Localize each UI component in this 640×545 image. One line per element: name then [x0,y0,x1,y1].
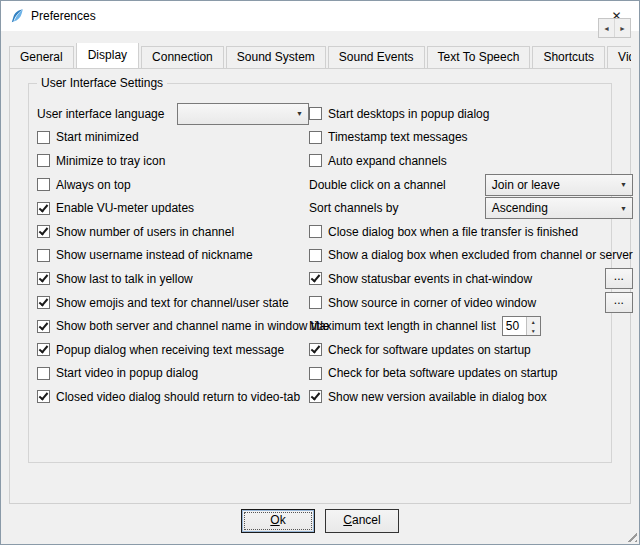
checkbox-video-return-tab[interactable]: Closed video dialog should return to vid… [37,385,309,409]
checkbox-label: Check for beta software updates on start… [328,366,557,380]
cancel-button[interactable]: Cancel [325,509,399,533]
checkbox-close-file-transfer[interactable]: Close dialog box when a file transfer is… [309,220,633,244]
checkbox-show-user-count[interactable]: Show number of users in channel [37,220,309,244]
tab-scroll-control: ◄ ► [598,18,631,38]
checkbox-label: Show both server and channel name in win… [56,319,330,333]
sort-channels-dropdown[interactable]: Ascending ▼ [485,197,633,219]
checkbox-label: Popup dialog when receiving text message [56,343,284,357]
checkbox-box[interactable] [37,249,50,262]
checkbox-last-talk-yellow[interactable]: Show last to talk in yellow [37,267,309,291]
checkbox-label: Show a dialog box when excluded from cha… [328,248,633,262]
spinbox-max-text-length[interactable]: 50 ▲ ▼ [502,316,541,336]
language-dropdown[interactable]: ▼ [177,103,309,125]
checkbox-label: Close dialog box when a file transfer is… [328,225,578,239]
checkbox-video-popup[interactable]: Start video in popup dialog [37,362,309,386]
checkbox-box[interactable] [37,272,50,285]
checkbox-label: Check for software updates on startup [328,343,531,357]
tab-sound-system[interactable]: Sound System [226,46,326,68]
checkbox-label: Show number of users in channel [56,225,234,239]
checkbox-check-beta-updates[interactable]: Check for beta software updates on start… [309,362,633,386]
checkbox-minimize-to-tray[interactable]: Minimize to tray icon [37,149,309,173]
sort-channels-value: Ascending [486,201,615,215]
checkbox-box[interactable] [309,131,322,144]
checkbox-box[interactable] [309,107,322,120]
checkbox-show-username[interactable]: Show username instead of nickname [37,244,309,268]
left-column: User interface language ▼ Start minimize… [37,102,309,409]
checkbox-label: Always on top [56,178,131,192]
checkbox-box[interactable] [37,178,50,191]
checkbox-box[interactable] [309,154,322,167]
tab-sound-events[interactable]: Sound Events [328,46,425,68]
checkbox-label: Start minimized [56,130,139,144]
checkbox-statusbar-events[interactable]: Show statusbar events in chat-window ... [309,267,633,291]
checkbox-always-on-top[interactable]: Always on top [37,173,309,197]
checkbox-box[interactable] [309,367,322,380]
checkbox-desktops-popup[interactable]: Start desktops in popup dialog [309,102,633,126]
tab-connection[interactable]: Connection [141,46,224,68]
checkbox-box[interactable] [37,202,50,215]
double-click-value: Join or leave [486,178,615,192]
display-tab-page: User Interface Settings User interface l… [9,68,631,504]
spin-down-icon[interactable]: ▼ [527,326,540,335]
checkbox-label: Enable VU-meter updates [56,201,194,215]
chevron-down-icon: ▼ [291,110,308,117]
checkbox-label: Minimize to tray icon [56,154,165,168]
checkbox-box[interactable] [37,131,50,144]
ok-button[interactable]: Ok [241,509,315,533]
checkbox-check-updates[interactable]: Check for software updates on startup [309,338,633,362]
checkbox-box[interactable] [309,343,322,356]
tab-video[interactable]: Video [607,46,631,68]
tab-general[interactable]: General [9,46,74,68]
tab-text-to-speech[interactable]: Text To Speech [427,46,531,68]
checkbox-box[interactable] [37,296,50,309]
checkbox-start-minimized[interactable]: Start minimized [37,126,309,150]
cancel-button-label: Cancel [326,510,398,530]
checkbox-box[interactable] [37,390,50,403]
checkbox-box[interactable] [37,343,50,356]
preferences-dialog: Preferences ✕ General Display Connection… [0,0,640,545]
checkbox-label: Show source in corner of video window [328,296,536,310]
tab-shortcuts[interactable]: Shortcuts [532,46,605,68]
checkbox-box[interactable] [37,154,50,167]
checkbox-box[interactable] [309,272,322,285]
checkbox-box[interactable] [37,367,50,380]
checkbox-box[interactable] [37,320,50,333]
checkbox-label: Timestamp text messages [328,130,468,144]
checkbox-label: Show statusbar events in chat-window [328,272,532,286]
checkbox-box[interactable] [37,225,50,238]
tab-scroll-right-icon[interactable]: ► [614,19,630,37]
tab-display[interactable]: Display [76,43,139,68]
checkbox-show-new-version[interactable]: Show new version available in dialog box [309,385,633,409]
checkbox-label: Closed video dialog should return to vid… [56,390,300,404]
checkbox-box[interactable] [309,225,322,238]
double-click-label: Double click on a channel [309,178,446,192]
checkbox-server-channel-title[interactable]: Show both server and channel name in win… [37,314,309,338]
dialog-footer: Ok Cancel [1,509,639,533]
ok-button-label: Ok [242,510,314,530]
max-text-length-row: Maximum text length in channel list 50 ▲… [309,314,633,338]
checkbox-vu-meter-updates[interactable]: Enable VU-meter updates [37,196,309,220]
double-click-dropdown[interactable]: Join or leave ▼ [485,174,633,196]
tab-strip: General Display Connection Sound System … [9,43,631,68]
spinbox-value[interactable]: 50 [503,317,526,335]
checkbox-box[interactable] [309,249,322,262]
checkbox-auto-expand-channels[interactable]: Auto expand channels [309,149,633,173]
checkbox-label: Start desktops in popup dialog [328,107,489,121]
video-source-config-button[interactable]: ... [605,292,633,313]
chevron-down-icon: ▼ [615,205,632,212]
checkbox-excluded-dialog[interactable]: Show a dialog box when excluded from cha… [309,244,633,268]
checkbox-box[interactable] [309,390,322,403]
window-title: Preferences [31,9,594,23]
checkbox-box[interactable] [309,296,322,309]
max-text-length-label: Maximum text length in channel list [309,319,496,333]
checkbox-timestamp-messages[interactable]: Timestamp text messages [309,126,633,150]
statusbar-events-config-button[interactable]: ... [605,268,633,289]
checkbox-popup-text-message[interactable]: Popup dialog when receiving text message [37,338,309,362]
sort-channels-row: Sort channels by Ascending ▼ [309,196,633,220]
settings-columns: User interface language ▼ Start minimize… [29,84,611,409]
checkbox-emojis-text-state[interactable]: Show emojis and text for channel/user st… [37,291,309,315]
tab-scroll-left-icon[interactable]: ◄ [599,19,614,37]
language-row: User interface language ▼ [37,102,309,126]
spin-up-icon[interactable]: ▲ [527,317,540,326]
checkbox-video-source-corner[interactable]: Show source in corner of video window ..… [309,291,633,315]
